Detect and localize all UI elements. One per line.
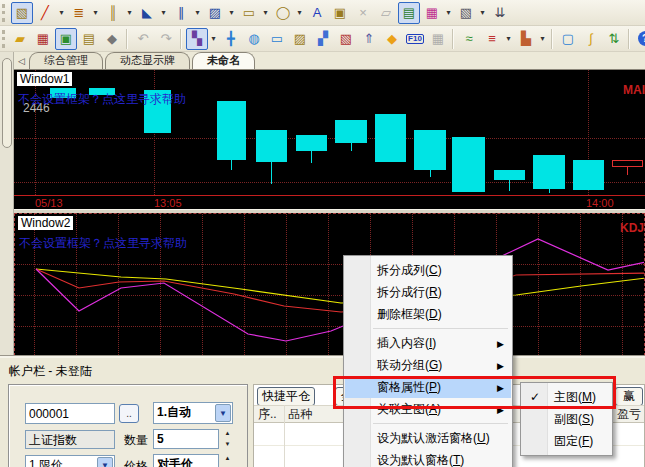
chart-confirm-icon[interactable]: ▧ <box>335 28 357 50</box>
check-icon: ✓ <box>530 386 540 408</box>
quantity-stepper[interactable]: ▲▼ <box>222 430 233 448</box>
trendline-icon[interactable]: ╱ <box>34 2 56 24</box>
alert-icon[interactable]: ◆ <box>381 28 403 50</box>
layout-style-icon-dropdown[interactable]: ▾ <box>537 28 548 50</box>
instrument-field: 上证指数 <box>25 430 115 449</box>
lock-profit-button[interactable]: 赢 <box>615 387 643 406</box>
code-input[interactable] <box>25 403 115 424</box>
vertical-lines-icon-dropdown[interactable]: ▾ <box>124 2 135 24</box>
export-report-icon[interactable]: ⇑ <box>358 28 380 50</box>
browse-button[interactable]: .. <box>119 404 139 423</box>
rectangle-tool-icon[interactable]: ▭ <box>238 2 260 24</box>
menu-item-P[interactable]: 窗格属性(P)▶ <box>345 376 511 398</box>
layout-style-icon[interactable]: ▙ <box>515 28 537 50</box>
tools-icon[interactable]: ◆ <box>101 28 123 50</box>
window1-help-link[interactable]: 不会设置框架？点这里寻求帮助 <box>18 91 186 108</box>
gridline-v <box>35 70 36 195</box>
price-type-select[interactable]: 1.限价 ▼ <box>25 455 115 467</box>
new-window-icon[interactable]: ▣ <box>55 28 77 50</box>
chevron-down-icon[interactable]: ▼ <box>215 404 231 422</box>
monitor-icon[interactable]: ▢ <box>557 28 579 50</box>
tab-2[interactable]: 动态显示牌 <box>105 52 190 69</box>
text-tool-icon: A <box>313 6 322 19</box>
ellipse-tool-icon-dropdown[interactable]: ▾ <box>294 2 305 24</box>
chart-properties-icon[interactable]: ▤ <box>398 2 420 24</box>
ellipse-tool-icon[interactable]: ◯ <box>272 2 294 24</box>
candle <box>494 170 525 180</box>
channel-lines-icon-dropdown[interactable]: ▾ <box>192 2 203 24</box>
line-style-icon[interactable]: ▧ <box>455 2 477 24</box>
indicator-lines-icon[interactable]: ≈ <box>458 28 480 50</box>
cascade-icon[interactable]: ▞ <box>312 28 334 50</box>
formula-board-icon[interactable]: ▦ <box>32 28 54 50</box>
text-tool-icon[interactable]: A <box>306 2 328 24</box>
menu-item-T[interactable]: 设为默认窗格(T) <box>345 449 511 467</box>
line-style-icon-dropdown[interactable]: ▾ <box>477 2 488 24</box>
menu-item-I[interactable]: 插入内容(I)▶ <box>345 332 511 354</box>
edit-note-icon: ▨ <box>294 32 306 45</box>
menu-item-S[interactable]: 副图(S) <box>522 408 611 430</box>
toolbar-overflow-icon[interactable]: ⇊ <box>489 2 511 24</box>
column-header: 序.. <box>258 406 277 423</box>
help-icon[interactable]: ? <box>634 28 645 50</box>
chevron-down-icon[interactable]: ▼ <box>97 457 113 467</box>
script-icon[interactable]: ∫ <box>580 28 602 50</box>
collapsed-panel-tab[interactable] <box>2 58 12 148</box>
quote-list-icon: ≡ <box>488 32 496 45</box>
move-tool-icon[interactable]: ╋ <box>220 28 242 50</box>
text-annotation-icon-dropdown[interactable]: ▾ <box>90 2 101 24</box>
menu-item-R[interactable]: 拆分成行(R) <box>345 281 511 303</box>
arrange-windows-icon-dropdown[interactable]: ▾ <box>208 28 219 50</box>
color-palette-icon-dropdown[interactable]: ▾ <box>443 2 454 24</box>
text-annotation-icon[interactable]: ≣ <box>68 2 90 24</box>
hatch-lines-icon[interactable]: ▨ <box>204 2 226 24</box>
toolbar-grip[interactable] <box>2 4 7 22</box>
candle <box>612 160 643 167</box>
menu-item-G[interactable]: 联动分组(G)▶ <box>345 354 511 376</box>
menu-item-U[interactable]: 设为默认激活窗格(U) <box>345 427 511 449</box>
trendline-icon-dropdown[interactable]: ▾ <box>56 2 67 24</box>
menu-item-F[interactable]: 固定(F) <box>522 430 611 452</box>
toolbar-grip[interactable] <box>2 30 5 48</box>
ellipse-tool-icon: ◯ <box>276 6 291 19</box>
quantity-input[interactable] <box>153 429 219 449</box>
gann-rays-icon[interactable]: ◣ <box>136 2 158 24</box>
edit-note-icon[interactable]: ▨ <box>289 28 311 50</box>
window2-help-link[interactable]: 不会设置框架？点这里寻求帮助 <box>19 235 187 252</box>
chart-window-1[interactable]: Window1 不会设置框架？点这里寻求帮助 2446 MAI 05/1313:… <box>14 70 645 209</box>
duplicate-icon[interactable]: ▣ <box>329 2 351 24</box>
zoom-tool-icon[interactable]: ◍ <box>243 28 265 50</box>
menu-item-A[interactable]: 关联主图(A)▶ <box>345 398 511 420</box>
price-stepper[interactable]: ▲▼ <box>222 455 233 467</box>
candle <box>452 137 485 192</box>
color-palette-icon[interactable]: ▦ <box>421 2 443 24</box>
f10-info-icon[interactable]: F10 <box>404 28 426 50</box>
price-input[interactable] <box>153 454 219 467</box>
rectangle-tool-icon-dropdown[interactable]: ▾ <box>260 2 271 24</box>
draw-panel-icon[interactable]: ▧ <box>11 2 33 24</box>
quick-close-button[interactable]: 快捷平仓 <box>257 387 315 406</box>
ruler-icon[interactable]: ▭ <box>266 28 288 50</box>
price-label: 价格 <box>124 458 148 467</box>
chart-window-2[interactable]: Window2 不会设置框架？点这里寻求帮助 KDJ <box>14 213 645 356</box>
gann-rays-icon-dropdown[interactable]: ▾ <box>158 2 169 24</box>
channel-lines-icon[interactable]: ∥ <box>170 2 192 24</box>
transfer-icon[interactable]: ⇅ <box>603 28 625 50</box>
quote-list-icon-dropdown[interactable]: ▾ <box>503 28 514 50</box>
open-file-icon[interactable]: ▰ <box>9 28 31 50</box>
tab-1[interactable]: 综合管理 <box>29 52 103 69</box>
tab-scroll-left-icon[interactable]: ◁ <box>14 53 29 69</box>
vertical-lines-icon[interactable]: ║ <box>102 2 124 24</box>
drawing-toolbar: ▧╱▾≣▾║▾◣▾∥▾▨▾▭▾◯▾A▣×▱▤▦▾▧▾⇊ <box>0 0 645 26</box>
save-page-icon[interactable]: ▤ <box>78 28 100 50</box>
hatch-lines-icon-dropdown[interactable]: ▾ <box>226 2 237 24</box>
arrange-windows-icon[interactable]: ▚ <box>186 28 208 50</box>
menu-item-D[interactable]: 删除框架(D) <box>345 303 511 325</box>
page-tab-bar: ◁ 综合管理动态显示牌未命名 <box>14 52 645 70</box>
menu-item-C[interactable]: 拆分成列(C) <box>345 259 511 281</box>
column-header: 品种 <box>288 406 312 423</box>
tab-3[interactable]: 未命名 <box>192 52 255 69</box>
mode-select[interactable]: 1.自动 ▼ <box>153 402 233 424</box>
quote-list-icon[interactable]: ≡ <box>481 28 503 50</box>
menu-item-M[interactable]: ✓主图(M) <box>522 386 611 408</box>
